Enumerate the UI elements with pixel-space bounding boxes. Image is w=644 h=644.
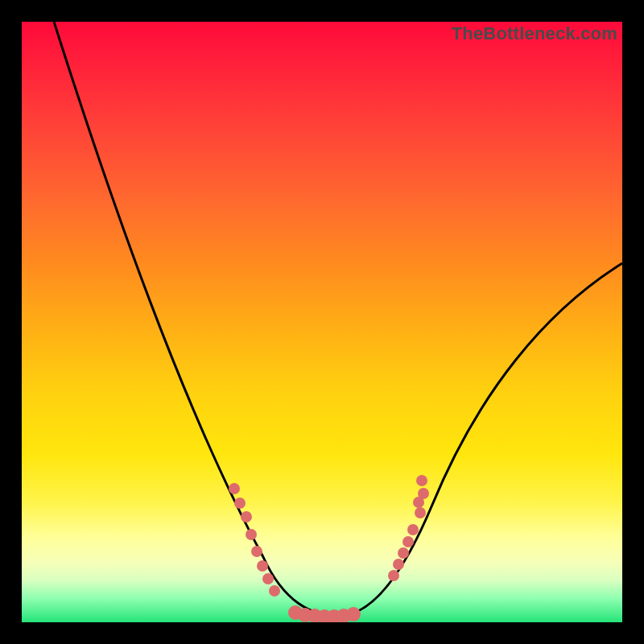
data-point: [257, 560, 268, 572]
data-point: [388, 570, 399, 581]
data-point: [262, 573, 274, 584]
data-point: [402, 536, 414, 547]
chart-svg: [22, 22, 622, 622]
data-point: [393, 559, 404, 570]
data-point: [234, 497, 246, 509]
plot-area: TheBottleneck.com: [22, 22, 622, 622]
curve-line: [54, 22, 622, 616]
data-point: [346, 607, 361, 621]
data-point: [416, 475, 427, 486]
data-point: [246, 529, 257, 540]
data-point: [407, 524, 419, 535]
data-point: [418, 488, 429, 499]
data-point: [269, 585, 280, 597]
data-point: [241, 511, 252, 522]
data-point: [229, 483, 240, 494]
chart-frame: TheBottleneck.com: [0, 0, 644, 644]
data-point: [398, 547, 409, 559]
data-point: [415, 507, 426, 518]
data-point: [251, 546, 262, 557]
